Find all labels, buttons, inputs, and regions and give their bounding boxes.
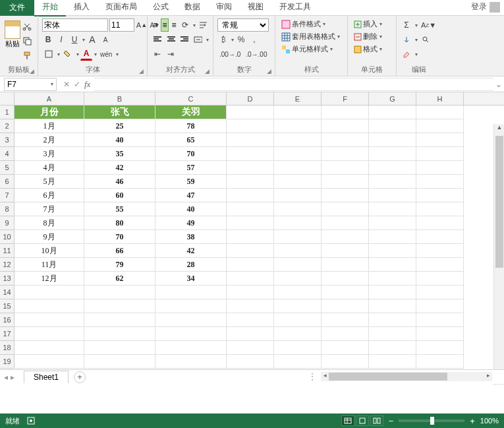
cell-B5[interactable]: 42 <box>84 161 155 175</box>
cell-D15[interactable] <box>227 299 274 313</box>
menu-tab-3[interactable]: 公式 <box>145 0 177 16</box>
cell-C7[interactable]: 47 <box>155 189 227 202</box>
menu-tab-6[interactable]: 视图 <box>240 0 271 16</box>
view-normal-button[interactable] <box>341 415 354 426</box>
comma-button[interactable]: , <box>248 33 260 46</box>
cell-E5[interactable] <box>274 161 322 175</box>
cell-F7[interactable] <box>322 189 369 202</box>
cell-F15[interactable] <box>322 299 369 313</box>
cell-F13[interactable] <box>322 272 369 286</box>
accept-formula-icon[interactable]: ✓ <box>74 80 80 89</box>
underline-button[interactable]: U <box>69 33 80 46</box>
select-all-corner[interactable] <box>0 92 14 105</box>
cell-G2[interactable] <box>369 119 416 133</box>
cell-G13[interactable] <box>369 272 416 286</box>
cell-H19[interactable] <box>416 355 464 369</box>
cell-E17[interactable] <box>274 327 322 341</box>
cell-D16[interactable] <box>227 313 274 327</box>
align-top-button[interactable]: ≡ <box>152 18 159 32</box>
cell-G19[interactable] <box>369 355 416 369</box>
cell-F10[interactable] <box>322 230 369 244</box>
cell-C6[interactable]: 59 <box>155 175 227 189</box>
cell-A13[interactable]: 12月 <box>14 272 84 286</box>
cell-D17[interactable] <box>227 327 274 341</box>
cancel-formula-icon[interactable]: ✕ <box>63 80 70 89</box>
cell-G7[interactable] <box>369 189 416 202</box>
cell-B9[interactable]: 80 <box>84 216 155 230</box>
phonetic-button[interactable]: wén <box>98 47 114 61</box>
border-button[interactable] <box>42 47 55 61</box>
row-header-12[interactable]: 12 <box>0 258 14 272</box>
cell-H1[interactable] <box>416 106 464 119</box>
row-header-17[interactable]: 17 <box>0 327 14 341</box>
col-header-D[interactable]: D <box>227 92 274 105</box>
cell-B14[interactable] <box>84 286 155 299</box>
cell-G18[interactable] <box>369 341 416 355</box>
fill-button[interactable] <box>401 33 412 46</box>
decrease-indent-button[interactable]: ⇤ <box>152 47 163 61</box>
cell-H4[interactable] <box>416 147 464 161</box>
align-launcher-icon[interactable]: ◢ <box>205 68 211 75</box>
vertical-scrollbar[interactable]: ▲ ▼ <box>493 124 504 385</box>
row-header-1[interactable]: 1 <box>0 106 14 119</box>
menu-file[interactable]: 文件 <box>0 0 34 16</box>
cell-A17[interactable] <box>14 327 84 341</box>
font-color-large-button[interactable]: A <box>86 33 98 46</box>
cell-H17[interactable] <box>416 327 464 341</box>
delete-cell-button[interactable]: 删除▾ <box>352 31 392 42</box>
fill-color-button[interactable] <box>61 47 74 61</box>
increase-indent-button[interactable]: ⇥ <box>165 47 177 61</box>
col-header-F[interactable]: F <box>322 92 369 105</box>
merge-button[interactable] <box>192 33 204 46</box>
cell-B2[interactable]: 25 <box>84 119 155 133</box>
row-header-18[interactable]: 18 <box>0 341 14 355</box>
align-bottom-button[interactable]: ≡ <box>170 18 178 32</box>
zoom-out-button[interactable]: − <box>389 416 394 426</box>
row-header-7[interactable]: 7 <box>0 189 14 202</box>
accounting-format-button[interactable]: ₿ <box>217 33 229 46</box>
cell-C19[interactable] <box>155 355 227 369</box>
cell-A11[interactable]: 10月 <box>14 244 84 258</box>
sort-filter-button[interactable]: AZ▼ <box>420 18 437 32</box>
cell-A18[interactable] <box>14 341 84 355</box>
cell-D12[interactable] <box>227 258 274 272</box>
zoom-thumb[interactable] <box>430 417 434 425</box>
cell-A10[interactable]: 9月 <box>14 230 84 244</box>
col-header-A[interactable]: A <box>14 92 84 105</box>
row-header-6[interactable]: 6 <box>0 175 14 189</box>
cell-B6[interactable]: 46 <box>84 175 155 189</box>
cell-E15[interactable] <box>274 299 322 313</box>
cell-B11[interactable]: 66 <box>84 244 155 258</box>
cell-D18[interactable] <box>227 341 274 355</box>
cell-E10[interactable] <box>274 230 322 244</box>
cell-F6[interactable] <box>322 175 369 189</box>
row-header-9[interactable]: 9 <box>0 216 14 230</box>
font-launcher-icon[interactable]: ◢ <box>139 68 146 75</box>
cell-B19[interactable] <box>84 355 155 369</box>
menu-tab-4[interactable]: 数据 <box>177 0 208 16</box>
cell-D6[interactable] <box>227 175 274 189</box>
row-header-4[interactable]: 4 <box>0 147 14 161</box>
cell-F8[interactable] <box>322 202 369 216</box>
font-size-select[interactable] <box>109 18 134 32</box>
cell-E18[interactable] <box>274 341 322 355</box>
cell-H2[interactable] <box>416 119 464 133</box>
cell-F19[interactable] <box>322 355 369 369</box>
cell-B18[interactable] <box>84 341 155 355</box>
fx-icon[interactable]: fx <box>84 79 90 90</box>
scroll-right-icon[interactable]: ▸ <box>484 372 492 381</box>
cell-C9[interactable]: 49 <box>155 216 227 230</box>
cell-C4[interactable]: 70 <box>155 147 227 161</box>
cell-C8[interactable]: 40 <box>155 202 227 216</box>
view-page-layout-button[interactable] <box>356 415 369 426</box>
scroll-left-icon[interactable]: ◂ <box>321 372 329 381</box>
row-header-14[interactable]: 14 <box>0 286 14 299</box>
paste-button[interactable]: 粘贴 <box>4 18 20 50</box>
cell-B15[interactable] <box>84 299 155 313</box>
hscroll-thumb[interactable] <box>329 373 447 381</box>
zoom-slider[interactable] <box>399 419 464 422</box>
font-color-button[interactable]: A <box>80 47 92 61</box>
menu-tab-5[interactable]: 审阅 <box>208 0 240 16</box>
cell-C14[interactable] <box>155 286 227 299</box>
col-header-E[interactable]: E <box>274 92 322 105</box>
